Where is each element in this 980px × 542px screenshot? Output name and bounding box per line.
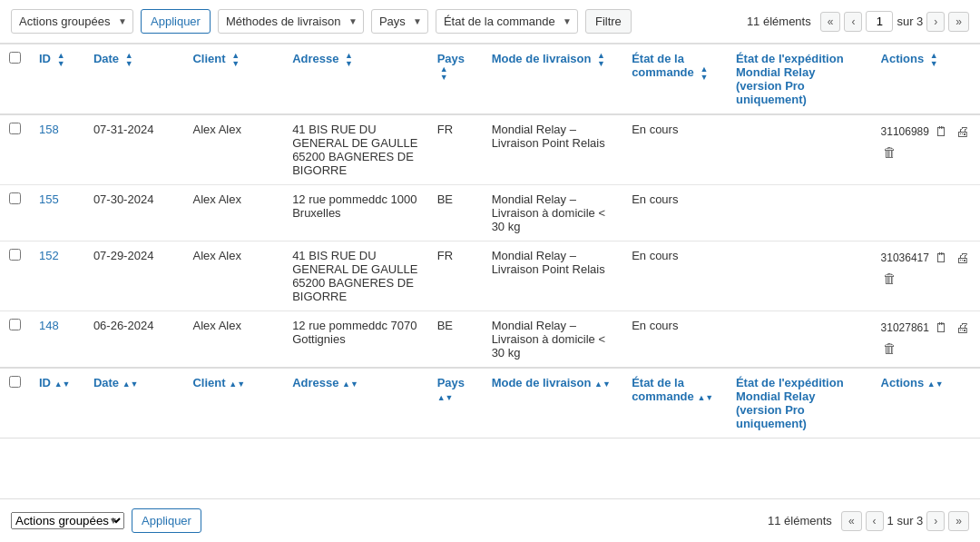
adresse-sort-icon: ▲▼	[345, 52, 353, 68]
action-btns: 31036417 🗒 🖨 🗑	[881, 249, 971, 287]
bulk-actions-select[interactable]: Actions groupées	[11, 9, 133, 34]
table-row: 148 06-26-2024 Alex Alex 12 rue pommeddc…	[0, 311, 980, 369]
cell-adresse: 41 BIS RUE DU GENERAL DE GAULLE 65200 BA…	[283, 241, 428, 311]
th-client[interactable]: Client ▲▼	[183, 44, 283, 115]
cell-actions	[872, 185, 980, 241]
delivery-methods-select[interactable]: Méthodes de livraison	[218, 9, 364, 34]
th-adresse[interactable]: Adresse ▲▼	[283, 44, 428, 115]
row-checkbox[interactable]	[9, 249, 21, 261]
copy-icon[interactable]: 🗒	[933, 249, 950, 266]
cell-checkbox	[0, 185, 30, 241]
cell-mode-livraison: Mondial Relay – Livraison Point Relais	[483, 114, 622, 185]
cell-adresse: 41 BIS RUE DU GENERAL DE GAULLE 65200 BA…	[283, 114, 428, 185]
footer-left: Actions groupées ▼ Appliquer	[11, 508, 201, 533]
th-actions[interactable]: Actions ▲▼	[872, 44, 980, 115]
page-wrapper: Actions groupées ▼ Appliquer Méthodes de…	[0, 0, 980, 542]
th-etat-expedition: État de l'expédition Mondial Relay (vers…	[727, 44, 872, 115]
cell-pays: FR	[428, 114, 483, 185]
th-pays[interactable]: Pays ▲▼	[428, 44, 483, 115]
th-etat-commande[interactable]: État de la commande ▲▼	[622, 44, 727, 115]
order-status-select[interactable]: État de la commande	[436, 9, 578, 34]
bottom-select-all[interactable]	[9, 376, 21, 388]
order-id-link[interactable]: 152	[39, 249, 59, 262]
bth-id[interactable]: ID ▲▼	[30, 368, 84, 439]
cell-id: 155	[30, 185, 84, 241]
delivery-methods-wrapper: Méthodes de livraison ▼	[218, 9, 364, 34]
bth-date[interactable]: Date ▲▼	[84, 368, 184, 439]
row-checkbox[interactable]	[9, 192, 21, 204]
action-btns: 31027861 🗒 🖨 🗑	[881, 319, 971, 357]
th-date[interactable]: Date ▲▼	[84, 44, 184, 115]
last-page-button-bottom[interactable]: »	[948, 511, 969, 531]
mode-sort-icon: ▲▼	[597, 52, 605, 68]
copy-icon[interactable]: 🗒	[933, 123, 950, 140]
th-mode-livraison[interactable]: Mode de livraison ▲▼	[483, 44, 622, 115]
cell-date: 07-31-2024	[84, 114, 184, 185]
footer-row: Actions groupées ▼ Appliquer 11 éléments…	[0, 498, 980, 542]
cell-adresse: 12 rue pommeddc 1000 Bruxelles	[283, 185, 428, 241]
row-checkbox[interactable]	[9, 123, 21, 134]
page-number-input-top[interactable]	[866, 11, 893, 32]
id-sort-icon: ▲▼	[57, 52, 65, 68]
cell-client: Alex Alex	[183, 241, 283, 311]
cell-pays: FR	[428, 241, 483, 311]
page-of-label-top: sur 3	[897, 15, 923, 28]
action-row-top: 31106989 🗒 🖨	[881, 123, 971, 140]
bth-mode[interactable]: Mode de livraison ▲▼	[483, 368, 622, 439]
print-icon[interactable]: 🖨	[954, 123, 971, 140]
next-page-button-top[interactable]: ›	[926, 12, 945, 32]
actions-sort-icon: ▲▼	[930, 52, 938, 68]
order-status-wrapper: État de la commande ▼	[436, 9, 578, 34]
filter-button[interactable]: Filtre	[585, 9, 632, 34]
delete-icon[interactable]: 🗑	[881, 340, 898, 357]
print-icon[interactable]: 🖨	[954, 249, 971, 266]
orders-table: ID ▲▼ Date ▲▼ Client ▲▼ Adresse ▲▼	[0, 44, 980, 439]
order-id-link[interactable]: 155	[39, 192, 59, 206]
delete-icon[interactable]: 🗑	[881, 270, 898, 287]
last-page-button-top[interactable]: »	[948, 12, 969, 32]
th-id[interactable]: ID ▲▼	[30, 44, 84, 115]
cell-etat-expedition	[727, 114, 872, 185]
bth-pays[interactable]: Pays ▲▼	[428, 368, 483, 439]
action-row-top: 31027861 🗒 🖨	[881, 319, 971, 336]
date-sort-icon: ▲▼	[125, 52, 133, 68]
tracking-number: 31027861	[881, 321, 929, 334]
country-select[interactable]: Pays	[371, 9, 428, 34]
print-icon[interactable]: 🖨	[954, 319, 971, 336]
bottom-count-label: 11 éléments	[768, 514, 832, 527]
bth-actions[interactable]: Actions ▲▼	[872, 368, 980, 439]
prev-page-button-top[interactable]: ‹	[844, 12, 862, 32]
cell-etat-commande: En cours	[622, 114, 727, 185]
copy-icon[interactable]: 🗒	[933, 319, 950, 336]
order-id-link[interactable]: 148	[39, 319, 59, 332]
bth-adresse[interactable]: Adresse ▲▼	[283, 368, 428, 439]
cell-etat-commande: En cours	[622, 241, 727, 311]
tracking-number: 31106989	[881, 125, 929, 138]
cell-mode-livraison: Mondial Relay – Livraison Point Relais	[483, 241, 622, 311]
bulk-actions-bottom-wrapper: Actions groupées ▼	[11, 512, 124, 529]
cell-id: 158	[30, 114, 84, 185]
first-page-button-top[interactable]: «	[820, 12, 841, 32]
cell-actions: 31027861 🗒 🖨 🗑	[872, 311, 980, 369]
etat-cmd-sort-icon: ▲▼	[700, 65, 708, 82]
cell-mode-livraison: Mondial Relay – Livraison à domicile < 3…	[483, 185, 622, 241]
bth-client[interactable]: Client ▲▼	[183, 368, 283, 439]
first-page-button-bottom[interactable]: «	[841, 511, 862, 531]
prev-page-button-bottom[interactable]: ‹	[866, 511, 884, 531]
cell-adresse: 12 rue pommeddc 7070 Gottignies	[283, 311, 428, 369]
order-id-link[interactable]: 158	[39, 123, 59, 136]
delete-icon[interactable]: 🗑	[881, 143, 898, 161]
cell-checkbox	[0, 311, 30, 369]
cell-mode-livraison: Mondial Relay – Livraison à domicile < 3…	[483, 311, 622, 369]
apply-button-bottom[interactable]: Appliquer	[132, 508, 201, 533]
table-container: ID ▲▼ Date ▲▼ Client ▲▼ Adresse ▲▼	[0, 44, 980, 498]
cell-date: 07-29-2024	[84, 241, 184, 311]
next-page-button-bottom[interactable]: ›	[926, 511, 945, 531]
row-checkbox[interactable]	[9, 319, 21, 330]
bth-etat-cmd[interactable]: État de la commande ▲▼	[622, 368, 727, 439]
th-checkbox	[0, 44, 30, 115]
bulk-actions-bottom-select[interactable]: Actions groupées	[11, 512, 124, 529]
select-all-checkbox[interactable]	[9, 52, 21, 64]
apply-button-top[interactable]: Appliquer	[141, 9, 211, 34]
cell-client: Alex Alex	[183, 311, 283, 369]
